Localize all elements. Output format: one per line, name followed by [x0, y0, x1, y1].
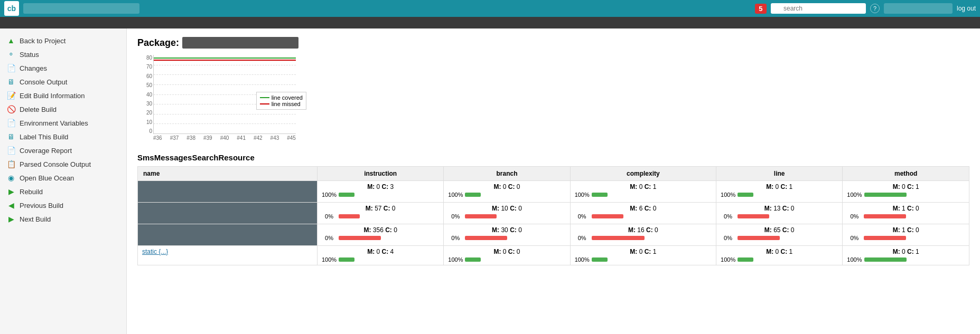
rebuild-icon: ▶ [6, 187, 16, 196]
sidebar-label-status: Status [20, 51, 39, 59]
sidebar-label-env-vars: Environment Variables [20, 119, 88, 127]
legend-missed-label: line missed [272, 101, 301, 107]
help-icon[interactable]: ? [870, 4, 880, 13]
bar-row4-instruction [339, 257, 354, 262]
coverage-icon: 📄 [6, 146, 16, 155]
row2-instruction: M: 57 C: 0 0% [318, 203, 444, 224]
row4-complexity: M: 0 C: 1 100% [570, 246, 716, 265]
magnifier-icon: ⚬ [6, 50, 16, 59]
bar-row4-line [738, 257, 753, 262]
sidebar-item-rebuild[interactable]: ▶ Rebuild [0, 185, 126, 198]
x-label-42: #42 [254, 135, 263, 141]
x-label-45: #45 [287, 135, 296, 141]
legend-covered-label: line covered [272, 94, 303, 101]
env-icon: 📄 [6, 119, 16, 127]
sidebar-item-back-to-project[interactable]: ▲ Back to Project [0, 34, 126, 47]
table-body: M: 0 C: 3 100% M: 0 C: 0 100% [138, 181, 969, 265]
legend-missed: line missed [260, 101, 303, 107]
sidebar-item-console-output[interactable]: 🖥 Console Output [0, 75, 126, 89]
row2-complexity: M: 6 C: 0 0% [570, 203, 716, 224]
package-name [182, 37, 298, 49]
row1-name-cell[interactable] [138, 181, 318, 203]
logo-text: cb [7, 4, 16, 13]
row1-complexity: M: 0 C: 1 100% [570, 181, 716, 203]
x-label-38: #38 [186, 135, 195, 141]
sidebar-item-previous-build[interactable]: ◀ Previous Build [0, 198, 126, 212]
parsed-icon: 📋 [6, 160, 16, 168]
chart-legend: line covered line missed [256, 92, 306, 110]
sidebar-label-next-build: Next Build [20, 215, 51, 223]
y-label-60: 60 [137, 73, 152, 79]
row4-name: static {...} [142, 248, 168, 255]
x-label-40: #40 [220, 135, 229, 141]
prev-icon: ◀ [6, 201, 16, 209]
ocean-icon: ◉ [6, 174, 16, 182]
row2-line: M: 13 C: 0 0% [716, 203, 843, 224]
table-row: static {...} M: 0 C: 4 100% M: 0 C: 0 10… [138, 246, 969, 265]
row3-complexity: M: 16 C: 0 0% [570, 224, 716, 246]
sidebar-label-previous-build: Previous Build [20, 202, 63, 209]
sidebar-item-next-build[interactable]: ▶ Next Build [0, 212, 126, 226]
x-label-36: #36 [153, 135, 162, 141]
sidebar-item-label-build[interactable]: 🖥 Label This Build [0, 130, 126, 144]
edit-icon: 📝 [6, 91, 16, 100]
table-row: M: 0 C: 3 100% M: 0 C: 0 100% [138, 181, 969, 203]
notification-badge[interactable]: 5 [755, 4, 767, 14]
bar-row3-instruction [339, 236, 381, 240]
y-label-30: 30 [137, 101, 152, 107]
sidebar-item-coverage-report[interactable]: 📄 Coverage Report [0, 144, 126, 157]
logout-link[interactable]: log out [957, 5, 976, 12]
sidebar-label-console-output: Console Output [20, 78, 67, 86]
header-method: method [843, 167, 969, 181]
bar-row2-branch [465, 214, 497, 218]
row2-name-cell[interactable] [138, 203, 318, 224]
legend-missed-color [260, 103, 269, 104]
y-label-0: 0 [137, 128, 152, 134]
row3-instruction: M: 356 C: 0 0% [318, 224, 444, 246]
search-input[interactable] [771, 3, 866, 14]
bar-row1-instruction [339, 193, 354, 197]
changes-icon: 📄 [6, 64, 16, 72]
bar-row3-method [864, 236, 906, 240]
sidebar-item-delete-build[interactable]: 🚫 Delete Build [0, 102, 126, 116]
y-label-70: 70 [137, 64, 152, 70]
header-line: line [716, 167, 843, 181]
delete-icon: 🚫 [6, 105, 16, 113]
bar-row1-method [864, 193, 907, 197]
bar-row1-branch [465, 193, 481, 197]
sidebar-item-parsed-console[interactable]: 📋 Parsed Console Output [0, 157, 126, 171]
y-label-50: 50 [137, 82, 152, 88]
row3-method: M: 1 C: 0 0% [843, 224, 969, 246]
console-icon: 🖥 [6, 78, 16, 86]
bar-row3-line [738, 236, 780, 240]
y-label-20: 20 [137, 110, 152, 116]
row1-blurred [138, 181, 317, 202]
y-axis-labels: 0 10 20 30 40 50 60 70 80 [137, 55, 152, 134]
legend-covered-color [260, 97, 269, 98]
row2-blurred [138, 203, 317, 224]
header-instruction: instruction [318, 167, 444, 181]
search-wrapper: 🔍 [771, 3, 866, 14]
sidebar-item-changes[interactable]: 📄 Changes [0, 61, 126, 75]
y-label-40: 40 [137, 92, 152, 98]
section-title: SmsMessagesSearchResource [137, 153, 969, 162]
row1-instruction: M: 0 C: 3 100% [318, 181, 444, 203]
x-label-41: #41 [237, 135, 246, 141]
label-icon: 🖥 [6, 132, 16, 141]
next-icon: ▶ [6, 215, 16, 223]
header-branch: branch [444, 167, 570, 181]
bar-row2-line [738, 214, 769, 218]
user-info [884, 3, 953, 14]
row3-name-cell[interactable] [138, 224, 318, 246]
sidebar-item-blue-ocean[interactable]: ◉ Open Blue Ocean [0, 171, 126, 185]
row1-line: M: 0 C: 1 100% [716, 181, 843, 203]
logo[interactable]: cb [4, 1, 19, 16]
row3-blurred [138, 224, 317, 245]
bar-row2-instruction [339, 214, 360, 218]
row4-name-cell[interactable]: static {...} [138, 246, 318, 265]
sidebar: ▲ Back to Project ⚬ Status 📄 Changes 🖥 C… [0, 28, 127, 334]
sidebar-item-edit-build[interactable]: 📝 Edit Build Information [0, 89, 126, 102]
sidebar-item-env-vars[interactable]: 📄 Environment Variables [0, 116, 126, 130]
layout: ▲ Back to Project ⚬ Status 📄 Changes 🖥 C… [0, 28, 980, 334]
sidebar-item-status[interactable]: ⚬ Status [0, 47, 126, 61]
